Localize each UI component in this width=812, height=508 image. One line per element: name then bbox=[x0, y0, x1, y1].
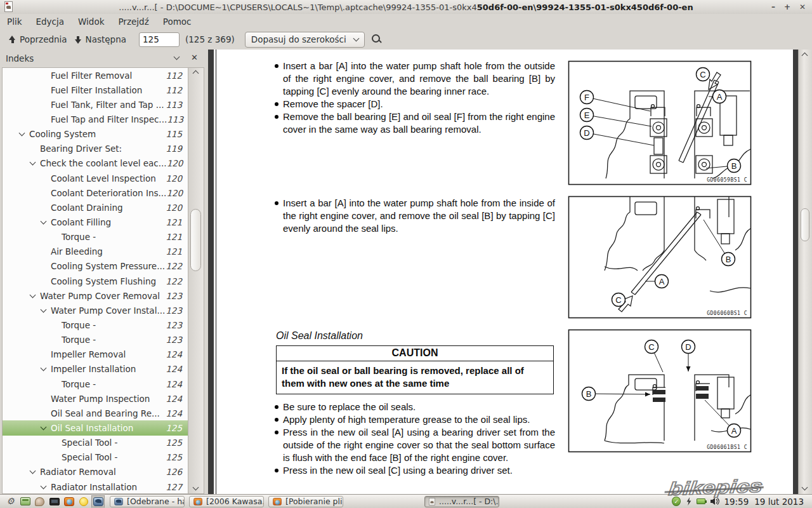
toc-item[interactable]: Coolant Filling121 bbox=[3, 215, 188, 229]
monitor-icon[interactable] bbox=[48, 495, 61, 507]
toc-item-label: Fuel Tap and Filter Inspec... bbox=[51, 114, 167, 124]
toc-item[interactable]: Impeller Removal124 bbox=[3, 347, 188, 362]
search-icon[interactable] bbox=[371, 34, 383, 45]
weather-icon[interactable] bbox=[77, 495, 90, 507]
toc-item-page: 124 bbox=[166, 408, 182, 418]
scroll-up-icon[interactable] bbox=[802, 53, 808, 59]
gear-icon[interactable]: ⚙ bbox=[4, 495, 17, 507]
taskbar-window-button[interactable]: [Pobieranie pli... bbox=[268, 496, 343, 507]
toc-item-page: 125 bbox=[166, 423, 182, 433]
toc-item[interactable]: Torque -124 bbox=[3, 377, 188, 391]
toc-item[interactable]: Fuel Tank, Filter and Tap ...113 bbox=[3, 97, 188, 112]
toc-item[interactable]: Special Tool -125 bbox=[3, 436, 188, 450]
toc-item[interactable]: Cooling System Pressure...122 bbox=[3, 259, 188, 274]
sidebar-scrollbar[interactable] bbox=[188, 67, 204, 494]
shield-check-icon[interactable]: ✓ bbox=[672, 497, 681, 506]
toc-item[interactable]: Radiator Installation127 bbox=[3, 479, 188, 494]
zoom-mode-value: Dopasuj do szerokości bbox=[251, 34, 346, 44]
chevron-down-icon[interactable] bbox=[19, 130, 25, 137]
toc-item-page: 122 bbox=[166, 276, 182, 286]
taskbar-window-button[interactable]: [2006 Kawasa... bbox=[189, 496, 264, 507]
shell-icon[interactable] bbox=[33, 495, 46, 507]
document-scrollbar[interactable] bbox=[798, 50, 812, 494]
toc-item[interactable]: Fuel Tap and Filter Inspec...113 bbox=[3, 112, 188, 126]
taskbar-window-label: [Odebrane - ha... bbox=[127, 497, 185, 506]
toc-item[interactable]: Water Pump Inspection124 bbox=[3, 391, 188, 406]
scroll-down-icon[interactable] bbox=[802, 485, 808, 491]
chevron-down-icon[interactable] bbox=[30, 468, 36, 474]
chevron-down-icon[interactable] bbox=[30, 159, 36, 166]
toc-item[interactable]: Cooling System Flushing122 bbox=[3, 274, 188, 288]
sidebar-title[interactable]: Indeks bbox=[6, 53, 34, 64]
document-scroll-thumb[interactable] bbox=[801, 208, 809, 241]
chevron-down-icon[interactable] bbox=[41, 218, 47, 225]
taskbar-window-label: [2006 Kawasa... bbox=[206, 497, 264, 506]
speaker-icon[interactable] bbox=[710, 497, 719, 505]
close-button[interactable]: ✕ bbox=[799, 0, 806, 14]
menu-pomoc[interactable]: Pomoc bbox=[162, 15, 192, 28]
battery-icon[interactable] bbox=[697, 498, 705, 504]
toc-item[interactable]: Oil Seal Installation125 bbox=[3, 420, 188, 435]
toc-item[interactable]: Coolant Deterioration Ins...120 bbox=[3, 185, 188, 200]
screen: .....v...r...[ - D:\DOCUME~1\CPUSERS\LOC… bbox=[0, 0, 812, 508]
toc-item[interactable]: Bearing Driver Set:119 bbox=[3, 142, 188, 156]
scroll-up-icon[interactable] bbox=[193, 70, 199, 77]
toc-item[interactable]: Fuel Filter Removal112 bbox=[3, 68, 188, 83]
caution-title: CAUTION bbox=[277, 346, 553, 361]
toc-item[interactable]: Fuel Filter Installation112 bbox=[3, 83, 188, 97]
taskbar-window-button[interactable]: .....v...r...[ - D:\... bbox=[424, 496, 499, 507]
bullet-item: Be sure to replace the oil seals. bbox=[273, 401, 555, 413]
chevron-down-icon[interactable] bbox=[41, 306, 47, 312]
mail-launcher-icon[interactable] bbox=[91, 495, 105, 507]
toc-item-label: Water Pump Inspection bbox=[51, 394, 150, 404]
toc-item[interactable]: Coolant Draining120 bbox=[3, 200, 188, 215]
chevron-down-icon[interactable] bbox=[41, 483, 47, 489]
desktop-icon[interactable] bbox=[18, 495, 32, 507]
svg-text:B: B bbox=[586, 389, 592, 399]
browser-launcher-icon[interactable] bbox=[62, 495, 75, 507]
menu-bar: PlikEdycjaWidokPrzejdźPomoc bbox=[0, 14, 812, 29]
toc-item-page: 123 bbox=[166, 335, 182, 345]
toc-item[interactable]: Water Pump Cover Removal123 bbox=[3, 288, 188, 303]
page-number-input[interactable] bbox=[139, 32, 180, 47]
menu-plik[interactable]: Plik bbox=[6, 15, 22, 28]
toc-item-page: 115 bbox=[166, 129, 182, 139]
chevron-down-icon[interactable] bbox=[41, 365, 47, 371]
menu-widok[interactable]: Widok bbox=[77, 15, 105, 28]
menu-przejdź[interactable]: Przejdź bbox=[117, 15, 149, 28]
toc-item[interactable]: Water Pump Cover Instal...123 bbox=[3, 303, 188, 318]
toc-item[interactable]: Special Tool -125 bbox=[3, 450, 188, 465]
toc-item[interactable]: Air Bleeding121 bbox=[3, 244, 188, 259]
chevron-down-icon[interactable] bbox=[30, 291, 36, 298]
taskbar-window-button[interactable]: [Odebrane - ha... bbox=[110, 496, 185, 507]
toc-item[interactable]: Impeller Installation124 bbox=[3, 362, 188, 377]
sidebar-index: Indeks ✕ Fuel Filter Removal112Fuel Filt… bbox=[0, 50, 208, 494]
svg-text:GD06061BS1 C: GD06061BS1 C bbox=[707, 444, 747, 450]
previous-page-button[interactable]: Poprzednia bbox=[6, 32, 72, 46]
toc-item[interactable]: Cooling System115 bbox=[3, 127, 188, 142]
taskbar-window-label: .....v...r...[ - D:\... bbox=[439, 497, 499, 506]
menu-edycja[interactable]: Edycja bbox=[35, 15, 65, 28]
toc-item[interactable]: Oil Seal and Bearing Re...124 bbox=[3, 406, 188, 420]
toc-item[interactable]: Check the coolant level eac...120 bbox=[3, 156, 188, 171]
maximize-button[interactable]: + bbox=[784, 0, 790, 14]
toc-item[interactable]: Torque -123 bbox=[3, 333, 188, 347]
sidebar-chevron-down-icon[interactable] bbox=[174, 54, 180, 60]
next-page-button[interactable]: Następna bbox=[72, 32, 131, 46]
clock[interactable]: 19:59 19 lut 2013 bbox=[724, 497, 804, 507]
chevron-down-icon[interactable] bbox=[41, 424, 47, 430]
mail-icon bbox=[114, 498, 123, 505]
sidebar-scroll-thumb[interactable] bbox=[190, 209, 201, 271]
minimize-button[interactable]: – bbox=[771, 0, 775, 14]
toc-item[interactable]: Coolant Level Inspection120 bbox=[3, 171, 188, 185]
toc-item-label: Torque - bbox=[62, 232, 96, 242]
power-plug-icon[interactable] bbox=[685, 497, 692, 505]
scroll-down-icon[interactable] bbox=[193, 485, 199, 491]
toc-item-page: 113 bbox=[167, 114, 183, 124]
zoom-mode-select[interactable]: Dopasuj do szerokości bbox=[245, 32, 365, 48]
toc-item[interactable]: Torque -123 bbox=[3, 318, 188, 332]
toc-item[interactable]: Radiator Removal126 bbox=[3, 465, 188, 479]
toc-item[interactable]: Torque -121 bbox=[3, 230, 188, 244]
toc-item-page: 123 bbox=[166, 291, 182, 301]
sidebar-close-icon[interactable]: ✕ bbox=[191, 53, 198, 62]
